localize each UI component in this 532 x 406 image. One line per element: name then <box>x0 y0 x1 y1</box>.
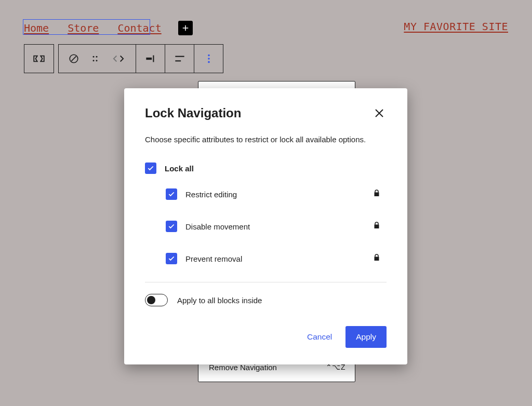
modal-overlay: Lock Navigation Choose specific attribut… <box>0 0 532 406</box>
lock-icon <box>372 188 381 200</box>
lock-all-row[interactable]: Lock all <box>145 159 387 177</box>
restrict-editing-checkbox[interactable] <box>166 188 177 200</box>
cancel-button[interactable]: Cancel <box>303 327 336 347</box>
check-icon <box>168 191 175 198</box>
close-button[interactable] <box>372 106 387 120</box>
apply-all-row[interactable]: Apply to all blocks inside <box>145 294 387 306</box>
lock-modal: Lock Navigation Choose specific attribut… <box>124 88 407 364</box>
lock-all-label: Lock all <box>165 164 194 173</box>
check-icon <box>147 165 154 172</box>
check-icon <box>168 255 175 262</box>
disable-movement-row[interactable]: Disable movement <box>145 218 387 235</box>
modal-title: Lock Navigation <box>145 106 241 120</box>
prevent-removal-checkbox[interactable] <box>166 253 177 264</box>
lock-icon <box>372 253 381 264</box>
prevent-removal-row[interactable]: Prevent removal <box>145 250 387 267</box>
lock-all-checkbox[interactable] <box>145 163 156 174</box>
modal-description: Choose specific attributes to restrict o… <box>145 134 387 145</box>
close-icon <box>373 107 385 119</box>
disable-movement-label: Disable movement <box>185 222 250 231</box>
toggle-knob <box>147 296 155 304</box>
divider <box>145 282 387 282</box>
apply-all-toggle[interactable] <box>145 294 168 306</box>
restrict-editing-row[interactable]: Restrict editing <box>145 185 387 203</box>
disable-movement-checkbox[interactable] <box>166 221 177 232</box>
lock-icon <box>372 221 381 232</box>
modal-actions: Cancel Apply <box>145 326 387 348</box>
modal-header: Lock Navigation <box>145 106 387 120</box>
apply-button[interactable]: Apply <box>345 326 387 348</box>
restrict-editing-label: Restrict editing <box>185 190 237 199</box>
prevent-removal-label: Prevent removal <box>185 254 242 263</box>
check-icon <box>168 223 175 230</box>
apply-all-label: Apply to all blocks inside <box>177 296 262 305</box>
